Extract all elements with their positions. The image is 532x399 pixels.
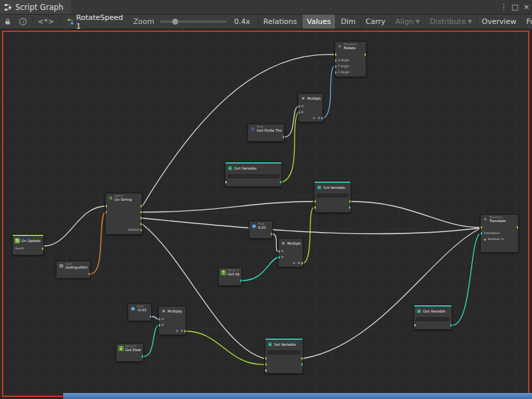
- wire-set-variable-a-to-translate[interactable]: [351, 201, 479, 227]
- wire-vector3-down-to-multiply-c[interactable]: [144, 325, 158, 356]
- output-port[interactable]: [142, 355, 144, 358]
- node-vector3-up[interactable]: ↑Vector 3Get Up: [218, 267, 242, 286]
- wire-float-a-to-multiply-b[interactable]: [273, 234, 278, 251]
- window-close-button[interactable]: ×: [521, 0, 532, 14]
- input-port[interactable]: [265, 357, 267, 360]
- output-port[interactable]: [301, 363, 303, 366]
- output-port[interactable]: [240, 279, 242, 282]
- node-on-update[interactable]: ↻On UpdateEvent: [12, 234, 44, 255]
- wire-get-variable-a-to-multiply-a[interactable]: [282, 112, 298, 182]
- input-port[interactable]: [265, 369, 267, 372]
- output-port[interactable]: [140, 211, 142, 213]
- output-port[interactable]: [349, 200, 351, 203]
- wire-set-variable-b-to-translate[interactable]: [303, 229, 479, 358]
- input-port[interactable]: [314, 206, 316, 209]
- input-port[interactable]: [414, 324, 416, 327]
- node-title: Set Variable: [274, 342, 296, 346]
- output-port[interactable]: [517, 226, 519, 229]
- code-preview-toggle[interactable]: <*>: [34, 15, 59, 29]
- output-port[interactable]: [364, 53, 366, 56]
- output-port[interactable]: [140, 217, 142, 219]
- wire-multiply-c-to-set-variable-b[interactable]: [186, 331, 264, 364]
- node-multiply-c[interactable]: ×MultiplyABA · B: [158, 306, 186, 335]
- input-port[interactable]: [334, 65, 336, 68]
- node-port-row: ★Relative To: [481, 236, 518, 242]
- wire-on-update-to-switch[interactable]: [44, 206, 104, 246]
- wire-switch-to-set-variable-a[interactable]: [142, 201, 313, 212]
- toolbar-button-dim[interactable]: Dim: [335, 15, 360, 29]
- node-multiply-b[interactable]: ×MultiplyABA · B: [278, 238, 303, 267]
- node-get-variable-b[interactable]: ▣Get Variable: [414, 305, 452, 330]
- input-port[interactable]: [480, 226, 482, 229]
- output-port[interactable]: [184, 330, 186, 332]
- output-port[interactable]: [301, 357, 303, 360]
- node-float-b[interactable]: ●Float-0.01: [128, 303, 152, 321]
- graph-breadcrumb[interactable]: RotateSpeed 1: [62, 15, 130, 29]
- node-switch[interactable]: ⇉SwitchOn StringDefault: [105, 193, 142, 235]
- node-rotate[interactable]: +TransformRotateX AngleY AngleZ Angle: [334, 41, 366, 77]
- variable-name-field[interactable]: [227, 174, 279, 178]
- node-get-delta-time[interactable]: ◷TimeGet Delta Time: [247, 124, 285, 142]
- node-multiply-a[interactable]: ×MultiplyABA · B: [298, 93, 323, 122]
- wire-multiply-a-to-rotate[interactable]: [323, 66, 334, 118]
- toolbar-button-full-screen[interactable]: Full Screen: [521, 15, 532, 29]
- input-port[interactable]: [334, 59, 336, 62]
- output-port[interactable]: [301, 262, 303, 265]
- input-port[interactable]: [334, 53, 336, 56]
- output-port[interactable]: [280, 181, 282, 184]
- node-set-variable-b[interactable]: ▣Set Variable: [265, 338, 303, 374]
- input-port[interactable]: [225, 181, 227, 184]
- node-get-variable-a[interactable]: ▣Get Variable: [225, 162, 282, 187]
- zoom-slider[interactable]: [160, 21, 227, 23]
- output-port[interactable]: [140, 229, 142, 231]
- window-menu-button[interactable]: ⋮: [498, 0, 509, 14]
- output-port[interactable]: [321, 117, 323, 120]
- output-port[interactable]: [349, 206, 351, 209]
- input-port[interactable]: [298, 105, 300, 108]
- toolbar-button-overview[interactable]: Overview: [477, 15, 521, 29]
- wire-switch-to-set-variable-b[interactable]: [142, 224, 264, 358]
- output-port[interactable]: [150, 315, 152, 318]
- variable-name-field[interactable]: [317, 194, 348, 198]
- wire-get-input-string-to-switch[interactable]: [90, 213, 104, 274]
- wire-multiply-b-to-set-variable-a[interactable]: [303, 207, 313, 263]
- node-get-input-string[interactable]: ▤InputGetInputString: [56, 261, 90, 279]
- input-port[interactable]: [158, 324, 160, 327]
- toolbar-button-carry[interactable]: Carry: [360, 15, 390, 29]
- output-port[interactable]: [140, 223, 142, 225]
- window-maximize-button[interactable]: □: [509, 0, 521, 14]
- variable-name-field[interactable]: [267, 350, 301, 354]
- wire-vector3-up-to-multiply-b[interactable]: [242, 257, 278, 281]
- node-vector3-down[interactable]: ↓Vector 3Get Down: [116, 343, 144, 362]
- toolbar-button-values[interactable]: Values: [302, 15, 336, 29]
- output-port[interactable]: [271, 233, 273, 235]
- vector3-up-icon: ↑: [221, 270, 226, 275]
- output-port[interactable]: [140, 205, 142, 207]
- toolbar-button-relations[interactable]: Relations: [258, 15, 302, 29]
- input-port[interactable]: [480, 232, 482, 235]
- info-button[interactable]: i: [15, 15, 31, 29]
- input-port[interactable]: [105, 205, 107, 207]
- input-port[interactable]: [105, 211, 107, 213]
- output-port[interactable]: [42, 247, 44, 250]
- output-port[interactable]: [88, 273, 90, 275]
- wire-get-variable-b-to-translate[interactable]: [452, 234, 479, 325]
- tab-script-graph[interactable]: Script Graph: [0, 0, 71, 14]
- input-port[interactable]: [278, 250, 280, 253]
- lock-button[interactable]: [0, 15, 15, 29]
- input-port[interactable]: [158, 318, 160, 321]
- node-translate[interactable]: +TransformTranslateTranslation★Relative …: [480, 214, 519, 253]
- node-float-a[interactable]: ●Float0.01: [249, 221, 273, 239]
- zoom-slider-thumb[interactable]: [172, 19, 178, 25]
- input-port[interactable]: [265, 363, 267, 366]
- wire-float-b-to-multiply-c[interactable]: [152, 317, 158, 319]
- wire-get-delta-time-to-multiply-a[interactable]: [285, 106, 298, 137]
- variable-name-field[interactable]: [416, 317, 450, 321]
- output-port[interactable]: [283, 136, 285, 138]
- node-set-variable-a[interactable]: ▣Set Variable: [314, 181, 351, 213]
- input-port[interactable]: [298, 111, 300, 114]
- output-port[interactable]: [450, 324, 452, 327]
- input-port[interactable]: [278, 256, 280, 259]
- input-port[interactable]: [334, 71, 336, 74]
- input-port[interactable]: [314, 200, 316, 203]
